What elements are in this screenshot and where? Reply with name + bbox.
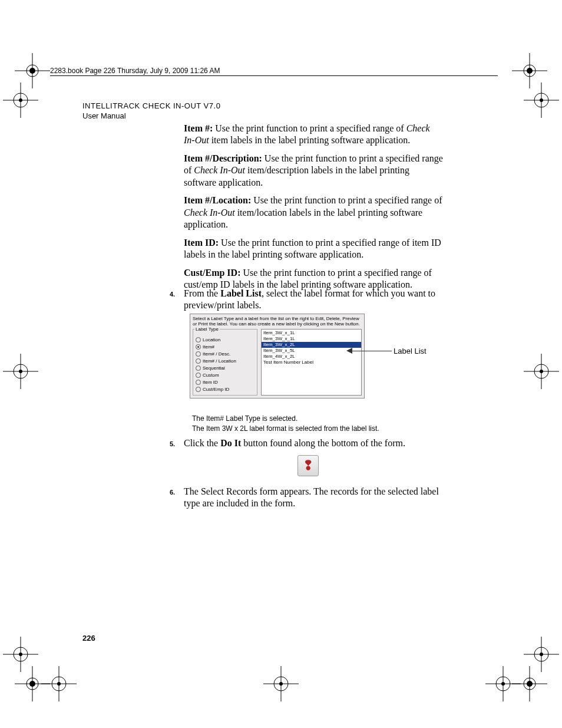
step-text: Click the Do It button found along the b… [184, 437, 443, 449]
label-list-box[interactable]: Item_3W_x_1LItem_3W_x_1LItem_3W_x_2LItem… [261, 329, 362, 396]
crop-ornament-left-upper [3, 83, 38, 118]
exclamation-icon: ❢ [303, 458, 313, 473]
svg-point-15 [540, 98, 543, 102]
para-item-desc: Item #/Description: Use the print functi… [184, 153, 443, 189]
label-type-group: Label Type LocationItem#Item# / Desc.Ite… [193, 329, 257, 396]
step-number: 6. [170, 488, 175, 496]
dialog-instruction: Select a Label Type and a label from the… [190, 314, 364, 328]
svg-point-23 [540, 370, 543, 373]
print-header-meta: 2283.book Page 226 Thursday, July 9, 200… [50, 67, 220, 75]
doc-title-text: INTELLITRACK CHECK IN-OUT V7.0 [82, 101, 220, 110]
step-5: 5. Click the Do It button found along th… [170, 437, 443, 449]
para-item-location: Item #/Location: Use the print function … [184, 195, 443, 230]
body-column: Item #: Use the print function to print … [184, 123, 443, 297]
svg-point-31 [540, 653, 543, 656]
para-lead: Item #/Description: [184, 153, 262, 163]
svg-point-39 [57, 682, 61, 686]
page-number: 226 [82, 634, 95, 643]
list-item[interactable]: Item_3W_x_1L [262, 330, 361, 336]
doc-subtitle: User Manual [82, 111, 126, 120]
crop-ornament-right-upper [524, 83, 559, 118]
list-item[interactable]: Item_3W_x_2L [262, 342, 361, 348]
radio-icon [196, 387, 201, 392]
doc-title: INTELLITRACK CHECK IN-OUT V7.0 [82, 101, 220, 110]
para-lead: Item #/Location: [184, 195, 251, 205]
radio-label: Sequential [203, 365, 225, 371]
radio-option[interactable]: Sequential [196, 365, 254, 371]
group-title: Label Type [194, 327, 220, 332]
svg-point-43 [279, 682, 283, 686]
radio-icon [196, 344, 201, 350]
label-type-dialog: Select a Label Type and a label from the… [190, 314, 365, 398]
figure-caption-1: The Item# Label Type is selected. [192, 414, 297, 423]
step-4: 4. From the Label List, select the label… [170, 288, 443, 312]
radio-option[interactable]: Location [196, 337, 254, 342]
crop-ornament-right-mid [524, 354, 559, 389]
radio-label: Item# / Location [203, 358, 236, 364]
radio-icon [196, 373, 201, 378]
svg-point-11 [19, 98, 22, 102]
header-rule [50, 75, 498, 76]
list-item[interactable]: Test Item Number Label [262, 360, 361, 365]
radio-option[interactable]: Custom [196, 373, 254, 378]
radio-label: Custom [203, 373, 219, 378]
step-text: From the Label List, select the label fo… [184, 288, 443, 312]
step-text: The Select Records form appears. The rec… [184, 486, 443, 510]
radio-label: Item# / Desc. [203, 351, 230, 357]
para-lead: Cust/Emp ID: [184, 268, 240, 278]
para-lead: Item ID: [184, 238, 219, 248]
radio-option[interactable]: Item# / Desc. [196, 351, 254, 357]
step-number: 5. [170, 440, 175, 448]
radio-icon [196, 337, 201, 342]
radio-icon [196, 365, 201, 371]
svg-point-19 [19, 370, 22, 373]
para-item-id: Item ID: Use the print function to print… [184, 237, 443, 261]
step-6: 6. The Select Records form appears. The … [170, 486, 443, 510]
callout-label: Label List [394, 347, 427, 355]
crop-ornament-bottom-left-2 [41, 666, 77, 701]
para-lead: Item #: [184, 123, 213, 133]
svg-point-47 [501, 682, 505, 686]
radio-option[interactable]: Item# [196, 344, 254, 350]
dialog-body: Label Type LocationItem#Item# / Desc.Ite… [190, 328, 364, 398]
list-item[interactable]: Item_3W_x_1L [262, 336, 361, 342]
radio-label: Cust/Emp ID [203, 387, 229, 392]
radio-icon [196, 380, 201, 385]
step-number: 4. [170, 290, 175, 298]
figure-caption-2: The Item 3W x 2L label format is selecte… [192, 424, 379, 433]
radio-label: Location [203, 337, 220, 342]
radio-label: Item# [203, 344, 214, 350]
radio-list: LocationItem#Item# / Desc.Item# / Locati… [196, 337, 254, 392]
svg-point-27 [19, 653, 22, 656]
crop-ornament-bottom-right [512, 666, 547, 701]
do-it-button-icon: ❢ [297, 455, 319, 476]
radio-icon [196, 358, 201, 364]
callout-line [351, 351, 392, 351]
radio-option[interactable]: Cust/Emp ID [196, 387, 254, 392]
radio-option[interactable]: Item# / Location [196, 358, 254, 364]
radio-label: Item ID [203, 380, 218, 385]
radio-option[interactable]: Item ID [196, 380, 254, 385]
para-item-number: Item #: Use the print function to print … [184, 123, 443, 147]
crop-ornament-left-mid [3, 354, 38, 389]
page: 2283.book Page 226 Thursday, July 9, 200… [0, 0, 562, 728]
crop-ornament-bottom-mid [263, 666, 299, 701]
list-item[interactable]: Item_4W_x_2L [262, 354, 361, 360]
radio-icon [196, 351, 201, 357]
